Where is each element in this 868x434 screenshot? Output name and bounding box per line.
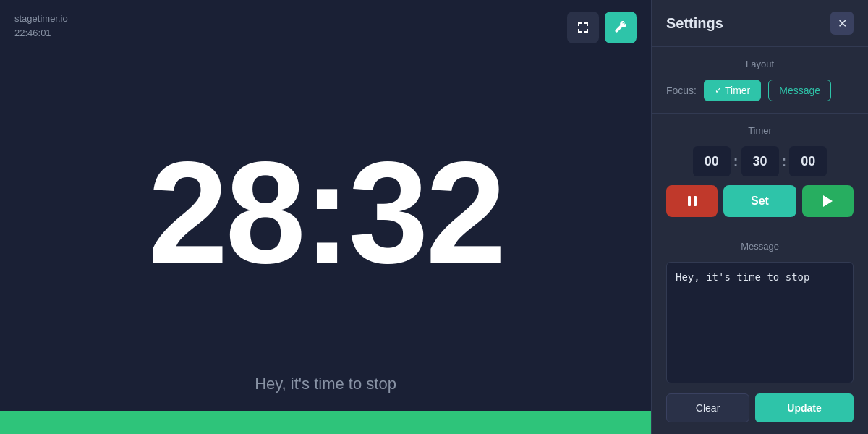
brand-name: stagetimer.io — [14, 12, 68, 26]
update-button[interactable]: Update — [755, 393, 854, 422]
time-inputs: : : — [666, 146, 854, 176]
focus-row: Focus: ✓ Timer Message — [666, 80, 854, 101]
pause-icon — [686, 195, 699, 208]
message-action-buttons: Clear Update — [666, 393, 854, 422]
seconds-input[interactable] — [789, 146, 827, 176]
message-textarea[interactable]: Hey, it's time to stop — [666, 262, 854, 383]
focus-message-button[interactable]: Message — [768, 80, 831, 101]
message-section: Message Hey, it's time to stop Clear Upd… — [652, 229, 868, 434]
minutes-input[interactable] — [741, 146, 779, 176]
timer-action-buttons: Set — [666, 185, 854, 217]
set-button[interactable]: Set — [723, 185, 796, 217]
separator-2: : — [782, 153, 787, 170]
timer-section: Timer : : Set — [652, 114, 868, 229]
layout-section-label: Layout — [666, 59, 854, 69]
timer-toolbar — [567, 12, 637, 43]
fullscreen-button[interactable] — [567, 12, 599, 43]
svg-rect-0 — [688, 196, 691, 206]
pause-button[interactable] — [666, 185, 718, 217]
hours-input[interactable] — [693, 146, 731, 176]
brand-time: 22:46:01 — [14, 26, 68, 41]
message-section-label: Message — [666, 241, 854, 252]
settings-panel: Settings ✕ Layout Focus: ✓ Timer Message… — [651, 0, 868, 434]
timer-panel: stagetimer.io 22:46:01 28:32 Hey, it's t… — [0, 0, 651, 434]
focus-label: Focus: — [666, 85, 697, 96]
timer-section-label: Timer — [666, 125, 854, 136]
settings-header: Settings ✕ — [652, 0, 868, 47]
clear-button[interactable]: Clear — [666, 393, 749, 422]
top-bar: stagetimer.io 22:46:01 — [0, 0, 651, 51]
separator-1: : — [733, 153, 739, 170]
focus-message-label: Message — [779, 85, 820, 96]
focus-timer-label: Timer — [725, 85, 750, 96]
play-icon — [822, 195, 833, 208]
svg-rect-1 — [694, 196, 697, 206]
checkmark-icon: ✓ — [715, 85, 722, 95]
wrench-icon — [613, 20, 628, 35]
settings-title: Settings — [666, 15, 723, 32]
settings-open-button[interactable] — [605, 12, 637, 43]
play-button[interactable] — [802, 185, 854, 217]
layout-section: Layout Focus: ✓ Timer Message — [652, 47, 868, 114]
fullscreen-icon — [576, 20, 590, 35]
focus-timer-button[interactable]: ✓ Timer — [704, 80, 761, 101]
timer-digits: 28:32 — [148, 140, 503, 285]
close-settings-button[interactable]: ✕ — [830, 12, 854, 35]
branding: stagetimer.io 22:46:01 — [14, 12, 68, 40]
timer-display: 28:32 — [0, 51, 651, 375]
progress-bar — [0, 411, 651, 434]
timer-message: Hey, it's time to stop — [0, 375, 651, 411]
